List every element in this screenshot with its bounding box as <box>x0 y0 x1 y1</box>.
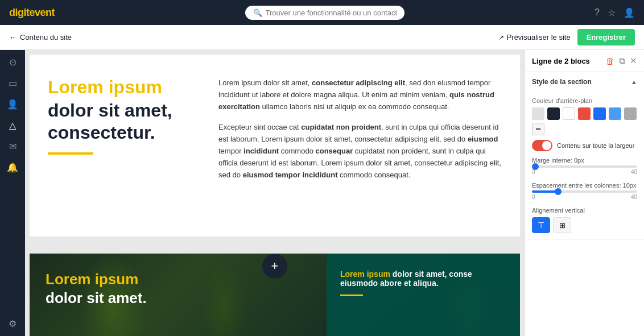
margin-range-labels: 0 40 <box>532 169 637 175</box>
swatch-blue-dark[interactable] <box>593 107 606 120</box>
preview-button[interactable]: ↗ Prévisualiser le site <box>498 33 571 42</box>
heading-yellow: Lorem ipsum <box>48 77 196 97</box>
header-actions: ↗ Prévisualiser le site Enregistrer <box>498 29 635 45</box>
sidebar-icon-pages[interactable]: ▭ <box>9 78 17 89</box>
right-column: Lorem ipsum dolor sit amet, consectetur … <box>218 77 502 190</box>
close-icon[interactable]: ✕ <box>630 56 637 66</box>
paragraph-1: Lorem ipsum dolor sit amet, consectetur … <box>218 77 502 113</box>
spacing-slider-track[interactable] <box>532 190 637 193</box>
align-center-button[interactable]: ⊞ <box>553 217 571 233</box>
help-icon[interactable]: ? <box>595 7 600 18</box>
photo-yellow-divider <box>340 294 363 296</box>
spacing-range-labels: 0 40 <box>532 194 637 200</box>
search-input[interactable] <box>266 9 397 17</box>
star-icon[interactable]: ☆ <box>608 7 616 18</box>
preview-label: Prévisualiser le site <box>507 33 571 42</box>
left-sidebar: ⊙ ▭ 👤 △ ✉ 🔔 ⚙ <box>0 50 25 336</box>
panel-title: Ligne de 2 blocs <box>532 57 606 65</box>
style-section-group: Style de la section ▲ Couleur d'arrière-… <box>525 72 644 239</box>
sidebar-icon-users[interactable]: 👤 <box>7 99 18 110</box>
photo-heading-white: dolor sit amet. <box>46 289 311 307</box>
swatch-blue-med[interactable] <box>609 107 621 120</box>
save-button[interactable]: Enregistrer <box>577 29 635 45</box>
logo: digitevent <box>9 7 55 19</box>
chevron-up-icon: ▲ <box>631 78 637 85</box>
swatch-custom[interactable]: ✏ <box>532 123 544 135</box>
alignment-section: Alignement vertical ⊤ ⊞ <box>532 207 637 233</box>
toggle-knob <box>542 141 551 150</box>
spacing-label: Espacement entre les colonnes: 10px <box>532 182 636 189</box>
section-group-title: Style de la section <box>532 78 592 86</box>
margin-slider-track[interactable] <box>532 165 637 168</box>
back-arrow-icon: ← <box>9 33 17 42</box>
spacing-label-row: Espacement entre les colonnes: 10px <box>532 182 637 189</box>
margin-label: Marge interne: 0px <box>532 157 584 164</box>
swatch-white[interactable] <box>563 107 575 120</box>
content-section: Lorem ipsum dolor sit amet, consectetur.… <box>30 55 520 237</box>
full-width-toggle-row: Contenu sur toute la largeur <box>532 140 637 151</box>
full-width-label: Contenu sur toute la largeur <box>557 142 634 149</box>
sidebar-icon-home[interactable]: ⊙ <box>9 57 16 68</box>
search-icon: 🔍 <box>253 9 262 17</box>
delete-icon[interactable]: 🗑 <box>606 56 614 66</box>
sub-header: ← Contenu du site ↗ Prévisualiser le sit… <box>0 25 644 50</box>
yellow-divider <box>48 152 93 155</box>
search-bar[interactable]: 🔍 <box>245 6 404 20</box>
nav-icons: ? ☆ 👤 <box>595 7 635 18</box>
color-swatches: ✏ <box>532 107 637 135</box>
margin-slider-thumb <box>532 163 539 170</box>
external-link-icon: ↗ <box>498 34 504 42</box>
sidebar-icon-forms[interactable]: △ <box>9 120 16 131</box>
swatch-black[interactable] <box>547 107 560 120</box>
full-width-toggle[interactable] <box>532 140 552 151</box>
panel-action-icons: 🗑 ⧉ ✕ <box>606 56 637 66</box>
swatch-gray-med[interactable] <box>624 107 637 120</box>
paragraph-2: Excepteur sint occae cat cupidatat non p… <box>218 122 502 181</box>
back-button[interactable]: ← Contenu du site <box>9 33 72 42</box>
spacing-slider-row: Espacement entre les colonnes: 10px 0 40 <box>532 182 637 200</box>
align-top-button[interactable]: ⊤ <box>532 217 550 233</box>
swatch-light-gray[interactable] <box>532 107 544 120</box>
sidebar-icon-notifications[interactable]: 🔔 <box>7 162 18 173</box>
duplicate-icon[interactable]: ⧉ <box>619 56 625 66</box>
right-panel: Ligne de 2 blocs 🗑 ⧉ ✕ Style de la secti… <box>525 50 644 336</box>
canvas-area: Lorem ipsum dolor sit amet, consectetur.… <box>25 50 525 336</box>
section-group-header[interactable]: Style de la section ▲ <box>525 72 644 92</box>
bg-color-label: Couleur d'arrière-plan <box>532 97 637 104</box>
left-column: Lorem ipsum dolor sit amet, consectetur. <box>48 77 196 155</box>
top-navbar: digitevent 🔍 ? ☆ 👤 <box>0 0 644 25</box>
panel-body: Couleur d'arrière-plan ✏ Conten <box>525 92 644 239</box>
sidebar-icon-email[interactable]: ✉ <box>9 141 16 152</box>
photo-right-text: Lorem ipsum dolor sit amet, conse eiusmo… <box>340 269 506 288</box>
align-center-icon: ⊞ <box>559 221 565 230</box>
panel-header: Ligne de 2 blocs 🗑 ⧉ ✕ <box>525 50 644 72</box>
heading-dark-1: dolor sit amet, consectetur. <box>48 99 196 143</box>
sidebar-icon-settings[interactable]: ⚙ <box>9 318 16 329</box>
margin-label-row: Marge interne: 0px <box>532 157 637 164</box>
align-buttons: ⊤ ⊞ <box>532 217 637 233</box>
main-layout: ⊙ ▭ 👤 △ ✉ 🔔 ⚙ Lorem ipsum dolor sit amet… <box>0 50 644 336</box>
back-label: Contenu du site <box>20 33 72 42</box>
align-label: Alignement vertical <box>532 207 637 214</box>
user-icon[interactable]: 👤 <box>624 7 635 18</box>
align-top-icon: ⊤ <box>538 221 544 230</box>
add-section-button[interactable]: + <box>262 254 287 279</box>
margin-slider-row: Marge interne: 0px 0 40 <box>532 157 637 175</box>
swatch-red[interactable] <box>578 107 591 120</box>
add-section-wrapper: + <box>25 241 525 266</box>
